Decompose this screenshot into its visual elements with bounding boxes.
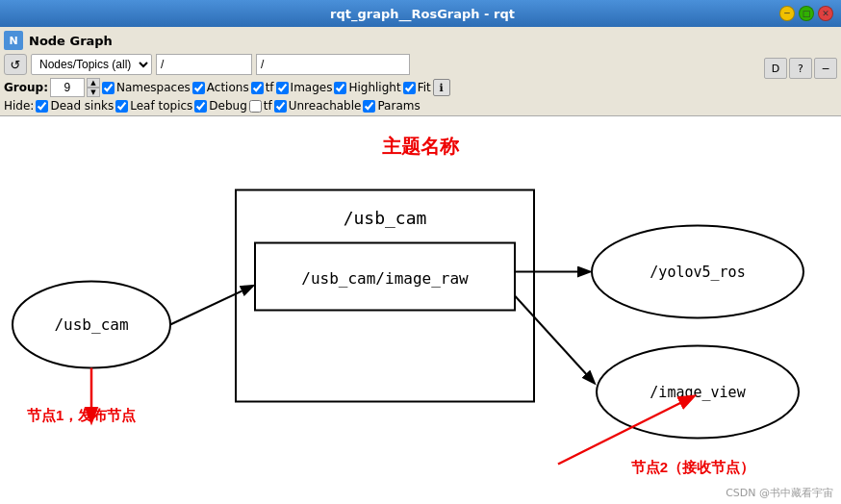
highlight-checkbox-label[interactable]: Highlight [334,81,400,94]
close-button[interactable]: ✕ [818,6,833,21]
window-title: rqt_graph__RosGraph - rqt [65,7,779,21]
images-checkbox[interactable] [276,82,289,94]
tf-checkbox[interactable] [251,82,264,94]
app-title-row: N Node Graph [4,29,837,52]
svg-text:/yolov5_ros: /yolov5_ros [650,264,745,281]
highlight-checkbox[interactable] [334,82,346,94]
app-title-label: Node Graph [29,34,113,48]
dash-button[interactable]: ─ [814,58,837,79]
refresh-button[interactable]: ↺ [4,54,27,75]
svg-text:/usb_cam: /usb_cam [54,315,128,334]
graph-area: 主题名称 /usb_cam /usb_cam/image_raw /usb_ca… [0,116,841,504]
actions-checkbox-label[interactable]: Actions [192,81,249,94]
leaf-topics-checkbox[interactable] [115,100,128,113]
hide-row: Hide: Dead sinks Leaf topics Debug tf [4,98,837,113]
app-icon: N [4,31,23,50]
header-panel: N Node Graph ↺ Nodes/Topics (all) Nodes … [0,27,841,116]
info-button[interactable]: ℹ [433,79,450,96]
spin-down-button[interactable]: ▼ [87,88,100,97]
params-label[interactable]: Params [363,99,420,113]
window-controls: ─ □ ✕ [779,6,833,21]
annotation-node2: 节点2（接收节点） [631,459,754,477]
images-checkbox-label[interactable]: Images [276,81,333,94]
spin-up-button[interactable]: ▲ [87,78,100,88]
hide-label: Hide: [4,99,34,113]
fit-checkbox[interactable] [403,82,416,94]
svg-text:/usb_cam: /usb_cam [344,208,427,228]
namespaces-checkbox-label[interactable]: Namespaces [102,81,191,94]
node-filter-dropdown[interactable]: Nodes/Topics (all) Nodes only Topics onl… [31,54,152,75]
unreachable-checkbox[interactable] [274,100,287,113]
maximize-button[interactable]: □ [799,6,814,21]
graph-svg: /usb_cam /usb_cam/image_raw /usb_cam /yo… [0,116,841,504]
group-spinner[interactable]: ▲ ▼ [87,78,100,97]
minimize-button[interactable]: ─ [779,6,795,21]
dead-sinks-label[interactable]: Dead sinks [36,99,114,113]
group-value-input[interactable] [50,78,85,97]
tf-hide-label[interactable]: tf [249,99,272,113]
params-checkbox[interactable] [363,100,375,113]
toolbar-row: ↺ Nodes/Topics (all) Nodes only Topics o… [4,52,837,77]
actions-checkbox[interactable] [192,82,205,94]
title-bar: rqt_graph__RosGraph - rqt ─ □ ✕ [0,0,841,27]
dead-sinks-checkbox[interactable] [36,100,48,113]
namespaces-checkbox[interactable] [102,82,115,94]
options-row: Group: ▲ ▼ Namespaces Actions tf [4,77,837,98]
group-label: Group: [4,81,48,94]
annotation-node1: 节点1，发布节点 [27,407,136,425]
leaf-topics-label[interactable]: Leaf topics [115,99,192,113]
watermark: CSDN @书中藏看宇宙 [726,486,833,500]
app-container: N Node Graph ↺ Nodes/Topics (all) Nodes … [0,27,841,504]
filter-input-2[interactable] [256,54,410,75]
debug-checkbox[interactable] [194,100,207,113]
tf-checkbox-label[interactable]: tf [251,81,274,94]
app-header: N Node Graph ↺ Nodes/Topics (all) Nodes … [0,27,841,116]
unreachable-label[interactable]: Unreachable [274,99,362,113]
help-button[interactable]: D [764,58,787,79]
tf-hide-checkbox[interactable] [249,100,262,113]
svg-text:/usb_cam/image_raw: /usb_cam/image_raw [301,269,469,288]
top-right-buttons: D ? ─ [764,58,837,79]
about-button[interactable]: ? [789,58,812,79]
svg-text:/image_view: /image_view [650,384,746,401]
fit-checkbox-label[interactable]: Fit [403,81,431,94]
filter-input-1[interactable] [156,54,252,75]
debug-label[interactable]: Debug [194,99,246,113]
